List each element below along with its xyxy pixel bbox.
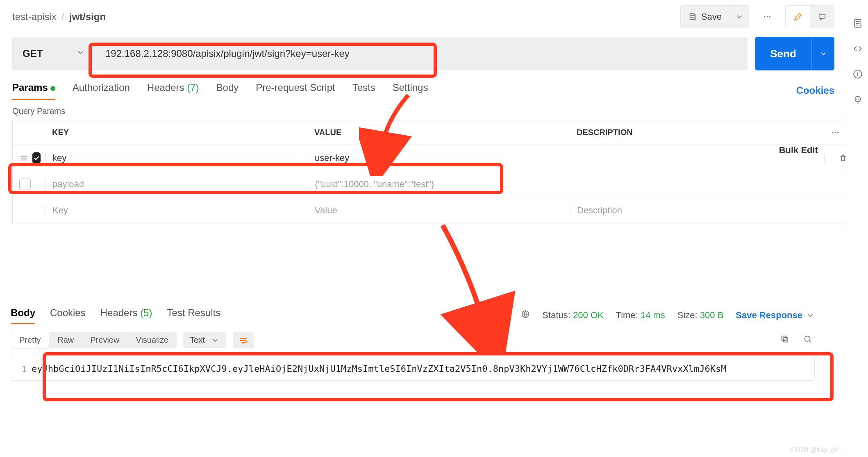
more-menu-button[interactable]: [757, 5, 778, 28]
save-button[interactable]: Save: [680, 5, 729, 28]
cell-key[interactable]: key: [45, 153, 308, 163]
time-value: 14 ms: [641, 310, 665, 320]
chevron-down-icon: [211, 336, 220, 345]
comment-button[interactable]: [810, 5, 834, 28]
svg-point-16: [835, 132, 836, 133]
th-key: KEY: [45, 128, 308, 137]
resp-tab-cookies[interactable]: Cookies: [50, 307, 86, 324]
cell-value-new[interactable]: Value: [308, 205, 570, 216]
watermark: CSDN @hey_girl_: [790, 446, 843, 454]
tab-pre-request[interactable]: Pre-request Script: [256, 82, 335, 99]
table-row: payload {"uuid":10000, "uname":"test"}: [13, 171, 845, 197]
format-type-select[interactable]: Text: [183, 332, 226, 348]
fmt-visualize[interactable]: Visualize: [127, 332, 177, 348]
query-params-head: KEY VALUE DESCRIPTION: [13, 120, 845, 145]
doc-icon[interactable]: [852, 18, 863, 29]
more-horizontal-icon: [763, 12, 772, 21]
code-icon[interactable]: [852, 43, 863, 54]
svg-line-25: [809, 340, 811, 342]
headers-count: (7): [187, 82, 199, 93]
cookies-link[interactable]: Cookies: [796, 85, 834, 96]
fmt-raw[interactable]: Raw: [49, 332, 82, 348]
row-toggle-checkbox[interactable]: [19, 179, 31, 190]
svg-point-13: [769, 16, 770, 18]
pencil-icon: [793, 12, 803, 22]
fmt-pretty[interactable]: Pretty: [11, 332, 49, 348]
tab-body[interactable]: Body: [216, 82, 239, 99]
idea-icon[interactable]: [852, 94, 863, 105]
tab-headers[interactable]: Headers (7): [147, 82, 199, 99]
resp-tab-body[interactable]: Body: [11, 307, 35, 324]
size-label: Size:: [677, 310, 698, 320]
format-type-label: Text: [190, 335, 205, 345]
chevron-down-icon: [806, 311, 815, 320]
status-label: Status:: [542, 310, 570, 320]
row-toggle-checkbox[interactable]: [32, 152, 41, 164]
th-value: VALUE: [308, 128, 570, 137]
query-params-table: KEY VALUE DESCRIPTION key user-key: [12, 120, 845, 224]
cell-value[interactable]: user-key: [308, 153, 570, 163]
info-icon[interactable]: [852, 69, 863, 79]
svg-point-17: [837, 132, 838, 133]
http-method-select[interactable]: GET: [13, 37, 95, 70]
edit-group: [785, 5, 834, 28]
save-response-label: Save Response: [736, 310, 802, 321]
svg-rect-22: [783, 337, 788, 342]
tab-authorization[interactable]: Authorization: [73, 82, 130, 99]
copy-button[interactable]: [780, 335, 792, 346]
wrap-lines-button[interactable]: [233, 332, 254, 348]
save-response-menu[interactable]: Save Response: [736, 310, 815, 321]
row-delete-button[interactable]: [824, 154, 861, 163]
svg-point-12: [767, 16, 768, 18]
send-button[interactable]: Send: [755, 37, 811, 70]
tab-params[interactable]: Params: [12, 82, 55, 99]
save-group: Save: [680, 5, 749, 28]
resp-tab-headers[interactable]: Headers (5): [100, 307, 152, 324]
breadcrumb-collection[interactable]: test-apisix: [12, 11, 57, 23]
svg-point-6: [857, 72, 858, 72]
chevron-down-icon: [735, 12, 744, 21]
trash-icon: [838, 154, 848, 163]
more-horizontal-icon: [831, 128, 840, 137]
comment-icon: [818, 12, 827, 21]
cell-value[interactable]: {"uuid":10000, "uname":"test"}: [308, 179, 570, 190]
wrap-icon: [239, 335, 248, 345]
topbar: test-apisix / jwt/sign Save: [2, 0, 845, 34]
format-segment: Pretty Raw Preview Visualize: [11, 332, 177, 348]
tab-tests[interactable]: Tests: [352, 82, 375, 99]
request-url-input[interactable]: [105, 48, 737, 60]
request-url-row: GET Send: [2, 37, 845, 70]
cell-key-new[interactable]: Key: [45, 205, 308, 216]
response-line[interactable]: eyJhbGciOiJIUzI1NiIsInR5cCI6IkpXVCJ9.eyJ…: [32, 364, 814, 374]
breadcrumb: test-apisix / jwt/sign: [12, 11, 106, 23]
breadcrumb-request[interactable]: jwt/sign: [69, 11, 106, 23]
chevron-down-icon: [76, 48, 85, 57]
tab-params-label: Params: [12, 82, 48, 93]
check-icon: [33, 154, 40, 162]
time-label: Time:: [616, 310, 638, 320]
bulk-edit-button[interactable]: Bulk Edit: [779, 145, 818, 156]
chevron-down-icon: [819, 50, 827, 58]
save-label: Save: [701, 11, 722, 22]
copy-icon: [780, 335, 789, 344]
params-indicator: [50, 86, 55, 91]
columns-more-button[interactable]: [831, 128, 840, 137]
search-button[interactable]: [803, 335, 815, 346]
row-drag-handle[interactable]: [19, 154, 28, 163]
tab-settings[interactable]: Settings: [393, 82, 428, 99]
resp-tab-headers-label: Headers: [100, 307, 138, 318]
cell-desc-new[interactable]: Description: [570, 205, 824, 216]
svg-point-11: [764, 16, 765, 18]
svg-rect-23: [782, 336, 786, 340]
fmt-preview[interactable]: Preview: [82, 332, 127, 348]
breadcrumb-separator: /: [61, 11, 64, 23]
resp-tab-test-results[interactable]: Test Results: [167, 307, 220, 324]
save-dropdown[interactable]: [729, 5, 749, 28]
sliders-icon: [19, 154, 28, 163]
svg-point-15: [832, 132, 833, 133]
edit-button[interactable]: [785, 5, 810, 28]
globe-icon[interactable]: [521, 310, 530, 321]
cell-key[interactable]: payload: [45, 179, 308, 190]
send-dropdown[interactable]: [811, 37, 834, 70]
response-body: 1 eyJhbGciOiJIUzI1NiIsInR5cCI6IkpXVCJ9.e…: [11, 357, 815, 381]
